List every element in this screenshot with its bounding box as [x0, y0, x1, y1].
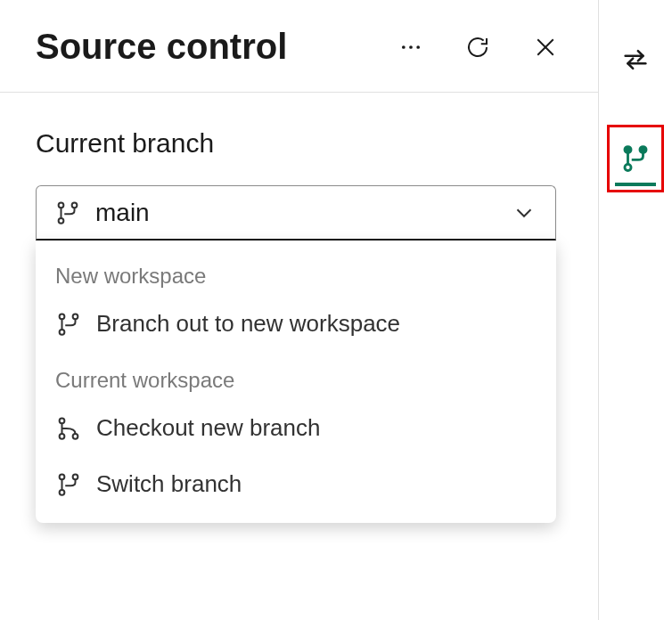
more-button[interactable]: [395, 31, 427, 63]
svg-point-2: [416, 45, 420, 49]
branch-dropdown-menu: New workspace Branch out to new workspac…: [36, 241, 556, 523]
menu-group-current-workspace: Current workspace: [36, 352, 556, 400]
svg-point-5: [59, 202, 64, 208]
branch-icon: [55, 311, 82, 338]
svg-point-8: [60, 314, 65, 319]
close-icon: [532, 34, 559, 61]
refresh-icon: [464, 34, 491, 61]
panel-header: Source control: [0, 0, 598, 93]
svg-point-13: [73, 433, 78, 438]
menu-item-checkout-new-branch[interactable]: Checkout new branch: [36, 400, 556, 456]
svg-point-15: [73, 474, 78, 479]
svg-point-7: [59, 217, 64, 223]
current-branch-label: Current branch: [36, 128, 562, 159]
side-rail: [599, 0, 672, 620]
menu-item-switch-branch[interactable]: Switch branch: [36, 456, 556, 512]
svg-point-16: [60, 489, 65, 494]
svg-point-1: [409, 45, 413, 49]
header-actions: [395, 30, 562, 64]
refresh-button[interactable]: [461, 30, 495, 64]
branch-icon: [54, 200, 81, 226]
rail-active-indicator: [615, 183, 656, 186]
branch-icon: [55, 471, 82, 498]
menu-group-new-workspace: New workspace: [36, 248, 556, 296]
svg-point-19: [625, 164, 631, 170]
menu-item-branch-out[interactable]: Branch out to new workspace: [36, 296, 556, 352]
selected-branch-text: main: [95, 199, 496, 227]
menu-item-label: Branch out to new workspace: [96, 310, 400, 338]
svg-point-10: [60, 329, 65, 334]
svg-point-18: [640, 147, 646, 153]
source-control-panel: Source control: [0, 0, 599, 620]
page-title: Source control: [36, 27, 395, 67]
panel-content: Current branch main New workspace: [0, 93, 598, 523]
svg-point-12: [60, 433, 65, 438]
svg-point-9: [73, 314, 78, 319]
svg-point-6: [72, 202, 78, 208]
branch-icon: [620, 143, 651, 174]
svg-point-14: [60, 474, 65, 479]
close-button[interactable]: [529, 30, 562, 64]
menu-item-label: Switch branch: [96, 470, 242, 498]
menu-item-label: Checkout new branch: [96, 414, 320, 442]
checkout-branch-icon: [55, 415, 82, 442]
rail-source-control-button[interactable]: [607, 125, 664, 192]
chevron-down-icon: [511, 200, 537, 226]
swap-icon: [620, 45, 651, 75]
svg-point-0: [402, 45, 406, 49]
branch-dropdown[interactable]: main: [36, 185, 556, 241]
more-icon: [398, 35, 423, 60]
rail-swap-button[interactable]: [610, 34, 661, 86]
svg-point-11: [60, 418, 65, 423]
svg-point-17: [625, 147, 631, 153]
